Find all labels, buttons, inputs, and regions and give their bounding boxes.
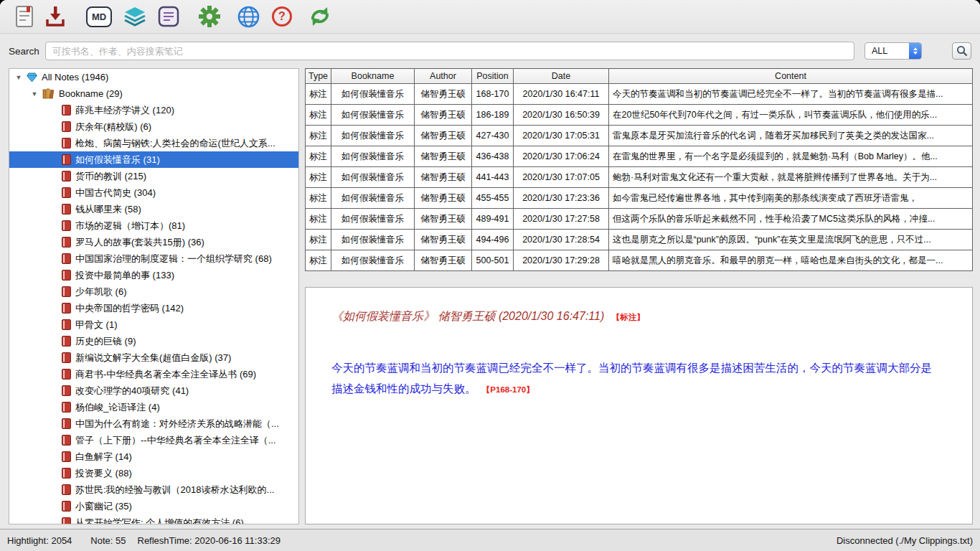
- table-row[interactable]: 标注如何假装懂音乐储智勇王硕455-4552020/1/30 17:23:36如…: [306, 188, 973, 209]
- sidebar-book-item[interactable]: 苏世民:我的经验与教训（2018读桥水达利欧的...: [9, 481, 298, 498]
- table-header-row: TypeBooknameAuthorPositionDateContent: [306, 69, 973, 84]
- sidebar-book-item[interactable]: 从零开始学写作: 个人增值的有效方法 (6): [9, 514, 298, 524]
- table-cell: 标注: [306, 146, 331, 167]
- disclosure-triangle-icon[interactable]: ▼: [31, 90, 38, 98]
- book-label: 钱从哪里来 (58): [75, 203, 141, 216]
- filter-select-value: ALL: [865, 46, 909, 56]
- sidebar-book-item[interactable]: 中央帝国的哲学密码 (142): [9, 300, 298, 316]
- sidebar-book-item[interactable]: 庆余年(精校版) (6): [9, 118, 298, 135]
- table-row[interactable]: 标注如何假装懂音乐储智勇王硕168-1702020/1/30 16:47:11今…: [306, 84, 973, 105]
- sidebar-book-item[interactable]: 中国国家治理的制度逻辑：一个组织学研究 (68): [9, 250, 298, 267]
- table-row[interactable]: 标注如何假装懂音乐储智勇王硕494-4962020/1/30 17:28:54这…: [306, 230, 973, 250]
- sidebar-book-item[interactable]: 钱从哪里来 (58): [9, 201, 298, 217]
- table-row[interactable]: 标注如何假装懂音乐储智勇王硕441-4432020/1/30 17:07:05鲍…: [306, 167, 973, 188]
- sidebar-book-item[interactable]: 历史的巨镜 (9): [9, 333, 298, 349]
- detail-type-tag: 【标注】: [612, 313, 645, 321]
- column-header[interactable]: Author: [415, 69, 472, 84]
- table-cell: 这也是朋克之所以是“punk”的原因。“punk”在英文里是流氓阿飞的意思，只不…: [609, 230, 973, 250]
- book-label: 中央帝国的哲学密码 (142): [75, 302, 184, 315]
- table-cell: 嘻哈就是黑人的朋克音乐。和最早的朋克一样，嘻哈也是来自街头的文化，都是一...: [609, 250, 973, 271]
- sidebar-book-item[interactable]: 商君书-中华经典名著全本全注全译丛书 (69): [9, 366, 298, 382]
- table-cell: 储智勇王硕: [415, 250, 472, 271]
- table-cell: 今天的节奏蓝调和当初的节奏蓝调已经完全不一样了。当初的节奏蓝调有很多是描...: [609, 84, 973, 105]
- table-cell: 标注: [306, 250, 331, 271]
- sidebar-book-item[interactable]: 货币的教训 (215): [9, 168, 298, 184]
- book-icon: [62, 121, 71, 132]
- table-cell: 如何假装懂音乐: [331, 188, 415, 209]
- search-row: Search ALL: [0, 40, 980, 62]
- sidebar-book-item[interactable]: 如何假装懂音乐 (31): [9, 151, 298, 168]
- table-row[interactable]: 标注如何假装懂音乐储智勇王硕186-1892020/1/30 16:50:39在…: [306, 105, 973, 126]
- sidebar-book-item[interactable]: 甲骨文 (1): [9, 316, 298, 333]
- search-label: Search: [9, 46, 39, 57]
- table-row[interactable]: 标注如何假装懂音乐储智勇王硕427-4302020/1/30 17:05:31雷…: [306, 126, 973, 146]
- book-icon: [62, 517, 71, 524]
- clippings-button[interactable]: [14, 4, 34, 29]
- search-icon: [956, 45, 968, 57]
- column-header[interactable]: Content: [609, 69, 973, 84]
- table-row[interactable]: 标注如何假装懂音乐储智勇王硕436-4382020/1/30 17:06:24在…: [306, 146, 973, 167]
- column-header[interactable]: Date: [514, 69, 609, 84]
- web-button[interactable]: [237, 4, 260, 29]
- sidebar-book-item[interactable]: 枪炮、病菌与钢铁:人类社会的命运(世纪人文系...: [9, 135, 298, 151]
- layers-button[interactable]: [123, 4, 146, 29]
- table-cell: 如何假装懂音乐: [331, 105, 415, 126]
- refresh-button[interactable]: [308, 4, 332, 29]
- book-label: 投资中最简单的事 (133): [75, 269, 174, 282]
- notebook-button[interactable]: [158, 4, 179, 29]
- column-header[interactable]: Bookname: [331, 69, 415, 84]
- table-cell: 2020/1/30 17:29:28: [514, 250, 609, 271]
- column-header[interactable]: Position: [472, 69, 514, 84]
- sidebar-book-item[interactable]: 白鱼解字 (14): [9, 448, 298, 465]
- table-cell: 如何假装懂音乐: [331, 167, 415, 188]
- sidebar-book-item[interactable]: 投资要义 (88): [9, 465, 298, 481]
- markdown-button[interactable]: MD: [86, 4, 112, 29]
- table-cell: 标注: [306, 105, 331, 126]
- filter-select[interactable]: ALL: [864, 42, 922, 60]
- sidebar-book-item[interactable]: 小窗幽记 (35): [9, 498, 298, 514]
- book-label: 如何假装懂音乐 (31): [75, 154, 160, 166]
- tree-item-bookname[interactable]: ▼ Bookname (29): [9, 85, 298, 102]
- sidebar-book-item[interactable]: 管子（上下册）--中华经典名著全本全注全译（...: [9, 432, 298, 448]
- sidebar-book-item[interactable]: 新编说文解字大全集(超值白金版) (37): [9, 349, 298, 366]
- settings-button[interactable]: [198, 4, 221, 29]
- book-label: 枪炮、病菌与钢铁:人类社会的命运(世纪人文系...: [75, 137, 275, 150]
- table-cell: 标注: [306, 84, 331, 105]
- import-icon: [44, 5, 66, 28]
- tree-item-all-notes[interactable]: ▼ All Notes (1946): [9, 69, 298, 85]
- status-bar: Hightlight: 2054 Note: 55 RefleshTime: 2…: [0, 529, 980, 551]
- search-input[interactable]: [45, 42, 854, 60]
- table-body: 标注如何假装懂音乐储智勇王硕168-1702020/1/30 16:47:11今…: [306, 84, 973, 271]
- sidebar: ▼ All Notes (1946) ▼ Bookname (29) 薛兆丰经济…: [9, 68, 299, 524]
- book-label: 庆余年(精校版) (6): [75, 121, 151, 133]
- sidebar-book-item[interactable]: 中国古代简史 (304): [9, 184, 298, 201]
- table-cell: 489-491: [472, 209, 514, 230]
- layers-icon: [123, 6, 146, 27]
- stepper-icon: [909, 43, 921, 59]
- detail-title: 《如何假装懂音乐》 储智勇王硕 (2020/1/30 16:47:11): [331, 310, 604, 322]
- book-icon: [62, 237, 71, 248]
- sidebar-book-item[interactable]: 改变心理学的40项研究 (41): [9, 382, 298, 399]
- table-cell: 2020/1/30 17:06:24: [514, 146, 609, 167]
- sidebar-book-item[interactable]: 投资中最简单的事 (133): [9, 267, 298, 283]
- help-button[interactable]: ?: [272, 4, 292, 29]
- sidebar-book-item[interactable]: 市场的逻辑（增订本）(81): [9, 217, 298, 234]
- notes-table: TypeBooknameAuthorPositionDateContent 标注…: [305, 68, 973, 271]
- import-button[interactable]: [44, 4, 66, 29]
- table-row[interactable]: 标注如何假装懂音乐储智勇王硕489-4912020/1/30 17:27:58但…: [306, 209, 973, 230]
- book-icon: [62, 352, 71, 363]
- table-cell: 2020/1/30 16:47:11: [514, 84, 609, 105]
- sidebar-book-item[interactable]: 中国为什么有前途：对外经济关系的战略潜能（...: [9, 415, 298, 432]
- disclosure-triangle-icon[interactable]: ▼: [15, 74, 22, 81]
- table-row[interactable]: 标注如何假装懂音乐储智勇王硕500-5012020/1/30 17:29:28嘻…: [306, 250, 973, 271]
- sidebar-book-item[interactable]: 杨伯峻_论语译注 (4): [9, 399, 298, 415]
- book-icon: [62, 468, 71, 479]
- column-header[interactable]: Type: [306, 69, 331, 84]
- table-cell: 455-455: [472, 188, 514, 209]
- book-icon: [62, 435, 71, 446]
- sidebar-book-item[interactable]: 薛兆丰经济学讲义 (120): [9, 102, 298, 118]
- book-label: 市场的逻辑（增订本）(81): [75, 220, 185, 232]
- search-button[interactable]: [952, 42, 971, 60]
- sidebar-book-item[interactable]: 罗马人的故事(套装共15册) (36): [9, 234, 298, 250]
- sidebar-book-item[interactable]: 少年凯歌 (6): [9, 283, 298, 300]
